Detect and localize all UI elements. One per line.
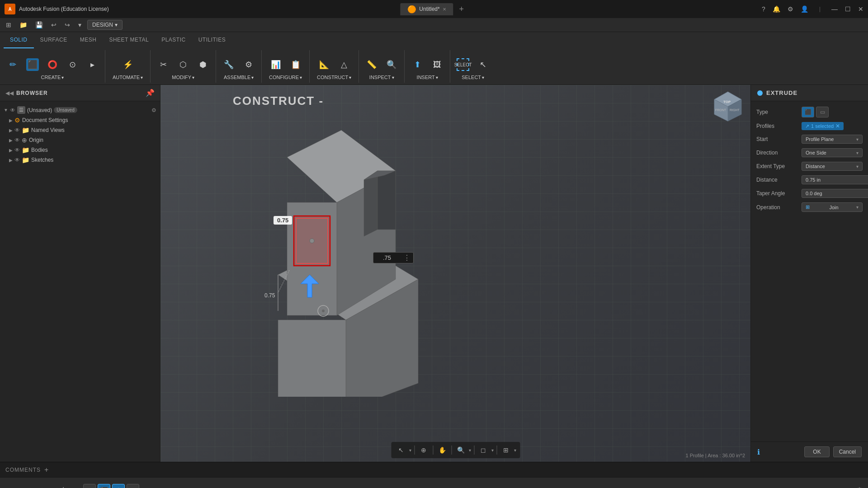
- undo-btn[interactable]: ↩: [49, 20, 59, 30]
- inspect-group-label[interactable]: INSPECT ▾: [366, 73, 398, 82]
- tree-item-sketches[interactable]: ▶ 👁 📁 Sketches: [0, 155, 160, 165]
- play-btn[interactable]: ▶: [38, 484, 51, 488]
- redo-btn[interactable]: ↪: [62, 20, 72, 30]
- automate-btn1[interactable]: ⚡: [119, 56, 137, 73]
- minimize-btn[interactable]: —: [831, 5, 838, 13]
- maximize-btn[interactable]: ☐: [845, 5, 851, 13]
- profiles-selected-chip[interactable]: ↗ 1 selected ✕: [802, 122, 844, 130]
- tree-item-named-views[interactable]: ▶ 👁 📁 Named Views: [0, 125, 160, 135]
- vp-zoom-btn[interactable]: 🔍: [454, 444, 467, 456]
- tree-item-doc-settings[interactable]: ▶ ⚙ Document Settings: [0, 115, 160, 125]
- notification-icon[interactable]: 🔔: [773, 5, 780, 13]
- vp-zoom-dropdown[interactable]: ▾: [469, 448, 471, 453]
- taper-field[interactable]: [802, 189, 868, 198]
- grid-view-btn[interactable]: ⊞: [4, 20, 14, 30]
- tree-item-unsaved[interactable]: ▼ 👁 ☰ (Unsaved) Unsaved ⚙: [0, 105, 160, 115]
- construct-group-label[interactable]: CONSTRUCT ▾: [313, 73, 355, 82]
- cancel-button[interactable]: Cancel: [833, 446, 862, 457]
- tab-solid[interactable]: SOLID: [4, 32, 34, 48]
- extent-dropdown[interactable]: Distance ▾: [802, 162, 863, 171]
- create-more-btn[interactable]: ▸: [83, 56, 101, 73]
- tree-item-origin[interactable]: ▶ 👁 ⊕ Origin: [0, 135, 160, 145]
- revolve-btn[interactable]: ⭕: [43, 56, 61, 73]
- vp-cursor-btn[interactable]: ↖: [395, 444, 407, 456]
- timeline-settings-btn[interactable]: ⚙: [856, 486, 863, 488]
- vp-pan-btn[interactable]: ✋: [436, 444, 448, 456]
- vp-grid-dropdown[interactable]: ▾: [514, 448, 516, 453]
- tab-close-icon[interactable]: ✕: [443, 7, 446, 12]
- fast-forward-btn[interactable]: ⏭: [71, 484, 83, 488]
- vp-orbit-btn[interactable]: ⊕: [417, 444, 430, 456]
- viewport[interactable]: CONSTRUCT -: [160, 85, 750, 462]
- start-dropdown[interactable]: Profile Plane ▾: [802, 135, 863, 144]
- select-group-label[interactable]: SELECT ▾: [458, 73, 488, 82]
- tab-mesh[interactable]: MESH: [74, 32, 103, 48]
- timeline-shaded-btn[interactable]: ⬡: [112, 484, 125, 488]
- browser-collapse-btn[interactable]: ◀◀: [5, 90, 14, 96]
- design-mode-btn[interactable]: DESIGN ▾: [87, 20, 123, 30]
- input-options-btn[interactable]: ⋮: [401, 253, 413, 262]
- timeline-sketch-btn[interactable]: ✏: [83, 484, 96, 488]
- vp-display-dropdown[interactable]: ▾: [491, 448, 494, 453]
- close-btn[interactable]: ✕: [858, 5, 863, 13]
- view-cube[interactable]: TOP RIGHT FRONT: [710, 89, 746, 126]
- comments-add-btn[interactable]: +: [44, 466, 49, 474]
- assemble-btn1[interactable]: 🔧: [220, 56, 238, 73]
- redo-arrow-btn[interactable]: ▾: [76, 20, 84, 30]
- tab-surface[interactable]: SURFACE: [34, 32, 74, 48]
- ok-button[interactable]: OK: [804, 446, 829, 457]
- vp-grid-btn[interactable]: ⊞: [500, 444, 512, 456]
- prev-btn[interactable]: ◀: [22, 484, 34, 488]
- select-cursor-btn[interactable]: ↖: [474, 56, 492, 73]
- insert-group-label[interactable]: INSERT ▾: [413, 73, 442, 82]
- browser-pin-btn[interactable]: 📌: [146, 89, 155, 97]
- vp-display-btn[interactable]: ◻: [477, 444, 490, 456]
- distance-input-box[interactable]: ⋮: [373, 252, 414, 263]
- insert-btn2[interactable]: 🖼: [428, 56, 446, 73]
- timeline-solid-btn[interactable]: ⬛: [98, 484, 110, 488]
- type-btn-surface[interactable]: ▭: [816, 107, 829, 117]
- extrude-btn[interactable]: ⬛: [24, 56, 42, 73]
- param-type-value: ⬛ ▭: [802, 107, 863, 117]
- assemble-group-label[interactable]: ASSEMBLE ▾: [220, 73, 257, 82]
- new-tab-btn[interactable]: +: [455, 3, 468, 15]
- create-sketch-btn[interactable]: ✏: [4, 56, 22, 73]
- settings-icon[interactable]: ⚙: [788, 5, 793, 13]
- hole-btn[interactable]: ⊙: [63, 56, 81, 73]
- operation-dropdown[interactable]: ⊞ Join ▾: [802, 202, 863, 212]
- create-group-label[interactable]: CREATE ▾: [38, 73, 68, 82]
- configure-btn2[interactable]: 📋: [287, 56, 305, 73]
- configure-btn1[interactable]: 📊: [267, 56, 285, 73]
- modify-btn2[interactable]: ⬡: [174, 56, 192, 73]
- construct-btn1[interactable]: 📐: [315, 56, 333, 73]
- inspect-btn2[interactable]: 🔍: [382, 56, 401, 73]
- title-tab[interactable]: 🟠 Untitled* ✕: [400, 3, 453, 15]
- help-icon[interactable]: ?: [762, 5, 765, 13]
- distance-field[interactable]: [802, 175, 868, 184]
- tree-item-bodies[interactable]: ▶ 👁 📁 Bodies: [0, 145, 160, 155]
- rewind-btn[interactable]: ⏮: [5, 484, 18, 488]
- tab-sheet-metal[interactable]: SHEET METAL: [103, 32, 155, 48]
- account-icon[interactable]: 👤: [801, 5, 808, 13]
- insert-btn1[interactable]: ⬆: [408, 56, 426, 73]
- automate-group-label[interactable]: AUTOMATE ▾: [109, 73, 146, 82]
- assemble-btn2[interactable]: ⚙: [240, 56, 258, 73]
- next-btn[interactable]: ▶|: [54, 484, 67, 488]
- construct-btn2[interactable]: △: [335, 56, 353, 73]
- tab-utilities[interactable]: UTILITIES: [192, 32, 232, 48]
- file-btn[interactable]: 📁: [17, 20, 29, 30]
- save-btn[interactable]: 💾: [33, 20, 45, 30]
- modify-group-label[interactable]: MODIFY ▾: [168, 73, 198, 82]
- profiles-clear-btn[interactable]: ✕: [835, 123, 840, 129]
- modify-btn1[interactable]: ✂: [154, 56, 172, 73]
- type-btn-solid[interactable]: ⬛: [802, 107, 814, 117]
- distance-input[interactable]: [373, 253, 401, 263]
- configure-group-label[interactable]: CONFIGURE ▾: [265, 73, 306, 82]
- inspect-btn1[interactable]: 📏: [363, 56, 381, 73]
- timeline-more-btn[interactable]: ▸: [127, 484, 139, 488]
- select-btn1[interactable]: SELECT: [454, 56, 472, 73]
- modify-btn3[interactable]: ⬢: [194, 56, 212, 73]
- vp-cursor-dropdown[interactable]: ▾: [409, 448, 411, 453]
- direction-dropdown[interactable]: One Side ▾: [802, 148, 863, 157]
- tab-plastic[interactable]: PLASTIC: [155, 32, 192, 48]
